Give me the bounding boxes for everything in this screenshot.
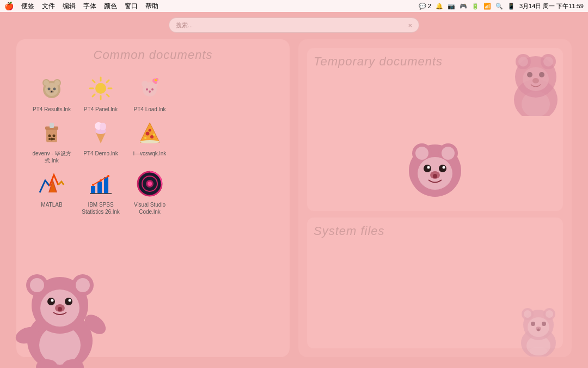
svg-point-116 [537, 329, 540, 331]
pt4-load-icon[interactable]: PT4 Load.lnk [125, 73, 174, 113]
svg-line-16 [107, 94, 109, 96]
svg-point-102 [527, 72, 532, 77]
pt4-load-label: PT4 Load.lnk [134, 106, 166, 113]
lotso-bear-center [402, 138, 468, 206]
notification-icon[interactable]: 🔔 [436, 3, 443, 10]
svg-point-93 [433, 174, 437, 178]
devenv-label: devenv - 毕设方式.lnk [29, 150, 75, 164]
svg-point-104 [532, 78, 539, 83]
wifi-icon[interactable]: 📶 [483, 3, 491, 10]
vcswqk-icon[interactable]: i—vcswqk.lnk [125, 117, 174, 164]
system-files-title: System files [314, 224, 385, 238]
svg-rect-53 [97, 182, 102, 194]
svg-point-32 [48, 135, 51, 137]
battery-icon[interactable]: 🔋 [471, 3, 479, 10]
spss-label: IBM SPSS Statistics 26.lnk [78, 201, 124, 215]
pt4-demo-img [85, 117, 116, 148]
lotso-bear-top-right [506, 45, 560, 111]
search-bar[interactable]: 搜索... × [169, 17, 419, 33]
svg-point-88 [424, 165, 431, 172]
svg-point-23 [151, 88, 154, 91]
menu-yanse[interactable]: 颜色 [104, 2, 117, 11]
svg-point-45 [150, 135, 154, 138]
svg-point-10 [95, 83, 106, 94]
menu-ziti[interactable]: 字体 [83, 2, 96, 11]
svg-point-63 [148, 182, 152, 186]
pt4-demo-label: PT4 Demo.lnk [83, 150, 118, 157]
svg-point-70 [30, 278, 44, 292]
apple-menu[interactable]: 🍎 [4, 2, 14, 10]
pt4-panel-img [85, 73, 116, 104]
spss-img [85, 168, 116, 199]
lotso-bear-bottom-left [0, 264, 120, 368]
matlab-label: MATLAB [41, 201, 62, 208]
menu-chuangkou[interactable]: 窗口 [125, 2, 138, 11]
spss-icon[interactable]: IBM SPSS Statistics 26.lnk [76, 168, 125, 215]
svg-point-24 [149, 91, 151, 93]
system-files-panel: System files [307, 218, 563, 348]
vcswqk-img [134, 117, 165, 148]
pt4-results-icon[interactable]: PT4 Results.lnk [27, 73, 76, 113]
menu-bangzhu[interactable]: 帮助 [145, 2, 158, 11]
icons-grid: PT4 Results.lnk [25, 71, 281, 218]
matlab-icon[interactable]: MATLAB [27, 168, 76, 215]
datetime: 3月14日 周一 下午11:59 [519, 2, 584, 10]
svg-point-4 [44, 80, 49, 86]
svg-point-6 [48, 88, 51, 91]
svg-point-33 [53, 135, 56, 137]
svg-rect-54 [104, 177, 108, 194]
svg-point-55 [92, 184, 94, 186]
svg-point-48 [144, 137, 146, 139]
wechat-icon[interactable]: 💬 2 [419, 3, 431, 10]
svg-point-7 [53, 88, 56, 91]
svg-point-77 [69, 299, 71, 302]
svg-point-34 [51, 138, 53, 141]
svg-point-84 [415, 147, 428, 160]
menu-bianji[interactable]: 编辑 [63, 2, 76, 11]
svg-point-75 [65, 298, 72, 305]
pt4-load-img [134, 73, 165, 104]
pt4-panel-icon[interactable]: PT4 Panel.lnk [76, 73, 125, 113]
svg-point-72 [76, 278, 90, 292]
svg-point-103 [539, 72, 544, 77]
svg-point-56 [100, 179, 102, 182]
pt4-panel-label: PT4 Panel.lnk [84, 106, 118, 113]
vscode-icon[interactable]: Visual Studio Code.lnk [125, 168, 174, 215]
lotso-bear-bottom-right [511, 302, 560, 351]
common-documents-panel: Common documents [16, 39, 290, 357]
menu-wenjian[interactable]: 文件 [42, 2, 55, 11]
matlab-img [36, 168, 67, 199]
devenv-icon[interactable]: devenv - 毕设方式.lnk [27, 117, 76, 164]
svg-point-35 [48, 138, 51, 140]
menubar-right: 💬 2 🔔 📷 🎮 🔋 📶 🔍 📱 3月14日 周一 下午11:59 [419, 2, 584, 10]
svg-point-41 [100, 123, 106, 130]
temporary-documents-panel: Temporary documents [307, 48, 563, 211]
search-icon[interactable]: 🔍 [495, 3, 503, 10]
search-close-icon[interactable]: × [408, 21, 412, 29]
common-documents-title: Common documents [25, 48, 281, 62]
vscode-img [134, 168, 165, 199]
menu-bianqian[interactable]: 便签 [21, 2, 34, 11]
svg-point-46 [149, 129, 151, 132]
svg-point-113 [531, 322, 535, 326]
devenv-img [36, 117, 67, 148]
svg-rect-31 [50, 123, 54, 128]
vcswqk-label: i—vcswqk.lnk [133, 150, 167, 157]
svg-marker-42 [140, 123, 160, 142]
camera-icon[interactable]: 📷 [448, 3, 455, 10]
svg-point-79 [58, 307, 62, 311]
pt4-results-label: PT4 Results.lnk [33, 106, 71, 113]
svg-point-114 [542, 322, 546, 326]
svg-point-117 [530, 347, 547, 355]
svg-point-22 [146, 88, 148, 91]
svg-point-5 [54, 80, 60, 86]
svg-point-91 [443, 166, 445, 169]
phone-icon[interactable]: 📱 [507, 3, 515, 10]
game-icon[interactable]: 🎮 [460, 3, 467, 10]
desktop: 搜索... × Common documents [0, 12, 588, 368]
svg-point-86 [442, 147, 455, 160]
svg-rect-52 [91, 186, 95, 194]
pt4-demo-icon[interactable]: PT4 Demo.lnk [76, 117, 125, 164]
svg-point-9 [51, 91, 53, 93]
svg-point-90 [427, 166, 430, 169]
